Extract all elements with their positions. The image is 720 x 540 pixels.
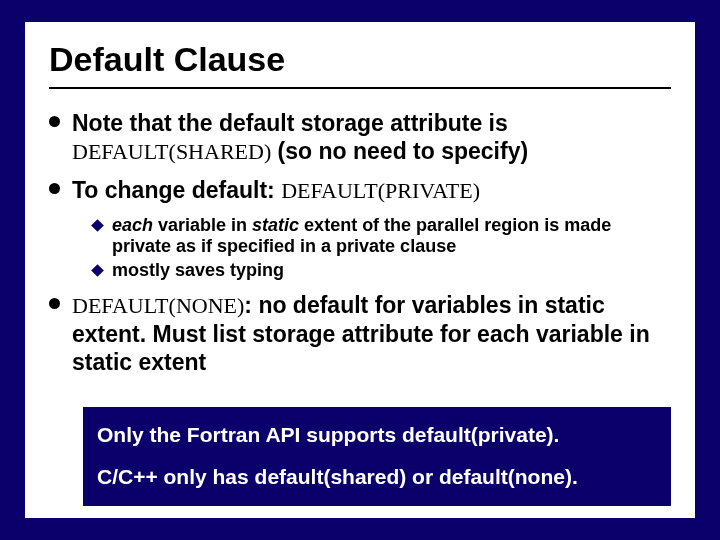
bullet-dot-icon	[49, 116, 60, 127]
bullet-3-mono: DEFAULT(NONE)	[72, 293, 244, 318]
bullet-2-sub-1: each variable in static extent of the pa…	[93, 215, 671, 258]
bullet-3: DEFAULT(NONE): no default for variables …	[49, 291, 671, 376]
bullet-2-mono: DEFAULT(PRIVATE)	[281, 178, 480, 203]
bullet-3-text: DEFAULT(NONE): no default for variables …	[72, 291, 671, 376]
footer-line-2: C/C++ only has default(shared) or defaul…	[97, 461, 657, 493]
bullet-1-suffix: (so no need to specify)	[271, 138, 528, 164]
diamond-icon	[91, 219, 104, 232]
bullet-2-sub-2: mostly saves typing	[93, 260, 671, 282]
bullet-dot-icon	[49, 183, 60, 194]
bullet-2-prefix: To change default:	[72, 177, 281, 203]
footer-note: Only the Fortran API supports default(pr…	[83, 407, 671, 506]
bullet-2-sub-2-text: mostly saves typing	[112, 260, 284, 282]
footer-gap	[97, 451, 657, 461]
title-rule	[49, 87, 671, 89]
bullet-1-prefix: Note that the default storage attribute …	[72, 110, 508, 136]
diamond-icon	[91, 264, 104, 277]
bullet-1: Note that the default storage attribute …	[49, 109, 671, 166]
slide-panel: Default Clause Note that the default sto…	[25, 22, 695, 518]
bullet-2: To change default: DEFAULT(PRIVATE)	[49, 176, 671, 205]
bullet-2-sub-1-text: each variable in static extent of the pa…	[112, 215, 671, 258]
bullet-1-text: Note that the default storage attribute …	[72, 109, 671, 166]
footer-line-1: Only the Fortran API supports default(pr…	[97, 419, 657, 451]
bullet-1-mono: DEFAULT(SHARED)	[72, 139, 271, 164]
bullet-dot-icon	[49, 298, 60, 309]
bullet-2-text: To change default: DEFAULT(PRIVATE)	[72, 176, 480, 205]
slide-title: Default Clause	[49, 40, 671, 79]
